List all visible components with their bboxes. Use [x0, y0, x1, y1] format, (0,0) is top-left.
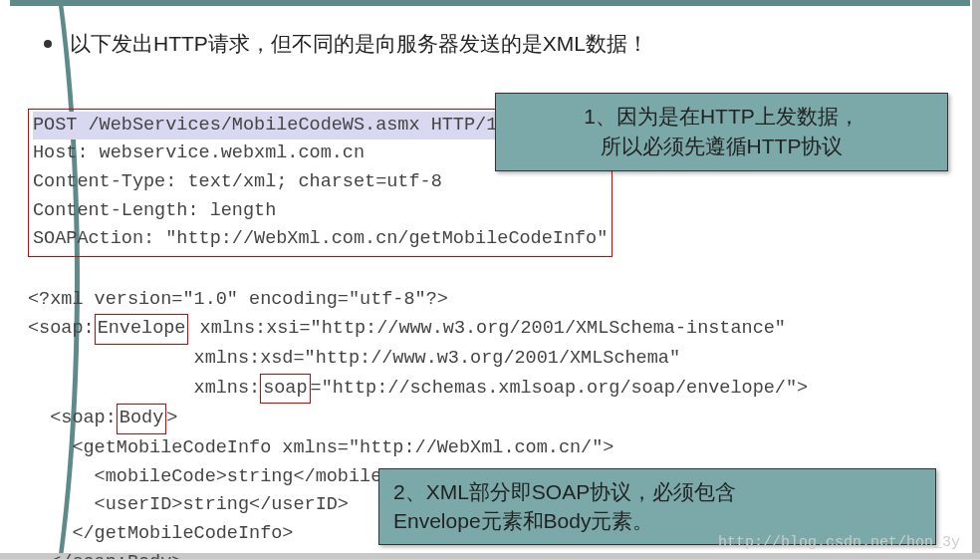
soap-highlight: soap [260, 374, 310, 405]
env-open-prefix: <soap: [28, 318, 95, 339]
callout2-line2: Envelope元素和Body元素。 [393, 506, 921, 535]
slide-right-shadow [972, 0, 980, 559]
callout1-line1: 1、因为是在HTTP上发数据， [510, 102, 933, 132]
getmobile-close: </getMobileCodeInfo> [28, 523, 293, 544]
watermark-text: http://blog.csdn.net/hon_3y [718, 534, 960, 551]
env-soap-prefix: xmlns: [28, 378, 260, 399]
userid-element: <userID>string</userID> [28, 494, 349, 515]
env-xsi-ns: xmlns:xsi="http://www.w3.org/2001/XMLSch… [188, 318, 786, 339]
body-open-prefix: <soap: [28, 408, 117, 428]
getmobile-open: <getMobileCodeInfo xmlns="http://WebXml.… [28, 437, 613, 458]
callout1-line2: 所以必须先遵循HTTP协议 [510, 132, 933, 161]
http-request-line: POST /WebServices/MobileCodeWS.asmx HTTP… [33, 112, 519, 140]
mobilecode-element: <mobileCode>string</mobileCode> [28, 466, 437, 487]
env-xsd-ns: xmlns:xsd="http://www.w3.org/2001/XMLSch… [28, 348, 680, 369]
xml-declaration: <?xml version="1.0" encoding="utf-8"?> [28, 289, 448, 310]
bullet-icon [44, 40, 52, 48]
envelope-highlight: Envelope [95, 314, 189, 345]
body-close: </soap:Body> [28, 552, 182, 559]
env-soap-ns: ="http://schemas.xmlsoap.org/soap/envelo… [311, 378, 809, 399]
slide-top-border [10, 0, 970, 6]
http-host: Host: webservice.webxml.com.cn [33, 142, 365, 163]
callout-http-note: 1、因为是在HTTP上发数据， 所以必须先遵循HTTP协议 [495, 93, 948, 171]
body-open-suffix: > [166, 408, 177, 428]
http-soapaction: SOAPAction: "http://WebXml.com.cn/getMob… [33, 228, 608, 249]
http-content-length: Content-Length: length [33, 200, 276, 221]
bullet-text: 以下发出HTTP请求，但不同的是向服务器发送的是XML数据！ [70, 30, 648, 58]
callout2-line1: 2、XML部分即SOAP协议，必须包含 [393, 477, 921, 506]
bullet-line: 以下发出HTTP请求，但不同的是向服务器发送的是XML数据！ [44, 30, 648, 58]
http-content-type: Content-Type: text/xml; charset=utf-8 [33, 171, 442, 192]
body-highlight: Body [117, 404, 166, 434]
